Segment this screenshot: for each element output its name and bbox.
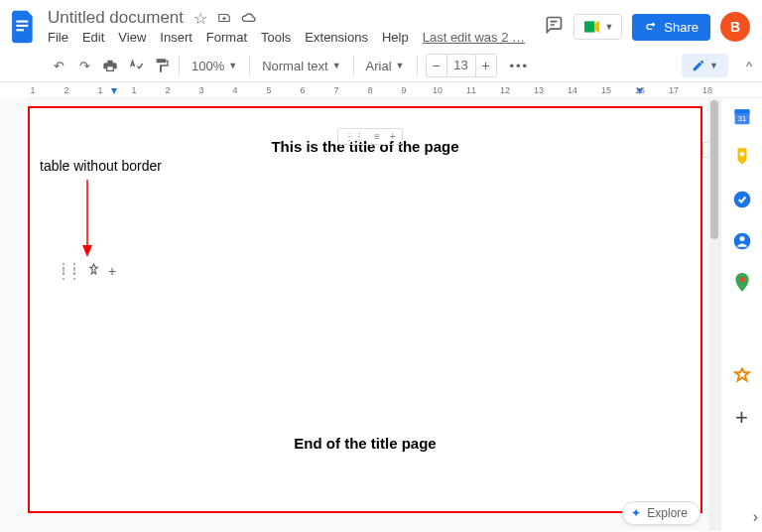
menu-extensions[interactable]: Extensions bbox=[305, 30, 368, 46]
drag-handle-icon[interactable]: ⋮⋮ bbox=[344, 131, 364, 142]
drag-dots-icon[interactable]: ⋮⋮⋮⋮ bbox=[58, 265, 79, 277]
editing-mode-button[interactable]: ▼ bbox=[682, 54, 728, 77]
explore-star-icon: ✦ bbox=[631, 506, 641, 520]
account-avatar[interactable]: B bbox=[720, 12, 750, 42]
ruler-tick: 15 bbox=[601, 85, 611, 95]
align-icon[interactable]: ≡ bbox=[374, 131, 380, 142]
addon-icon[interactable] bbox=[732, 366, 752, 386]
zoom-dropdown[interactable]: 100%▼ bbox=[188, 57, 241, 75]
font-size-decrease[interactable]: − bbox=[427, 55, 446, 76]
font-size-value[interactable]: 13 bbox=[446, 55, 476, 76]
ruler-tick: 13 bbox=[534, 85, 544, 95]
share-button[interactable]: Share bbox=[632, 14, 710, 41]
chevron-down-icon: ▼ bbox=[604, 22, 613, 32]
ruler-tick: 1 bbox=[97, 85, 102, 95]
menu-insert[interactable]: Insert bbox=[160, 30, 192, 46]
toolbar-more[interactable]: ••• bbox=[505, 59, 535, 73]
menu-format[interactable]: Format bbox=[206, 30, 247, 46]
print-icon[interactable] bbox=[101, 57, 119, 74]
svg-rect-6 bbox=[734, 109, 749, 113]
star-icon[interactable]: ☆ bbox=[193, 9, 207, 28]
ruler-tick: 18 bbox=[702, 85, 712, 95]
ruler-tick: 17 bbox=[669, 85, 679, 95]
menu-tools[interactable]: Tools bbox=[261, 30, 291, 46]
svg-marker-4 bbox=[82, 245, 92, 257]
ruler-tick: 14 bbox=[568, 85, 577, 95]
ruler-tick: 1 bbox=[131, 85, 136, 95]
last-edit-link[interactable]: Last edit was 2 … bbox=[423, 30, 525, 46]
share-label: Share bbox=[664, 20, 698, 35]
font-family-dropdown[interactable]: Arial▼ bbox=[362, 57, 409, 75]
keep-icon[interactable] bbox=[732, 148, 752, 168]
paragraph-style-dropdown[interactable]: Normal text▼ bbox=[258, 57, 344, 75]
annotation-arrow-icon bbox=[77, 180, 97, 259]
move-icon[interactable] bbox=[217, 11, 231, 25]
ruler-tick: 8 bbox=[367, 85, 372, 95]
chevron-down-icon: ▼ bbox=[709, 61, 718, 70]
menu-edit[interactable]: Edit bbox=[82, 30, 104, 46]
svg-point-12 bbox=[739, 277, 744, 282]
table-control-widget[interactable]: ⋮⋮ ≡ + bbox=[337, 128, 403, 145]
contacts-icon[interactable] bbox=[732, 231, 752, 251]
ruler-tick: 16 bbox=[635, 85, 645, 95]
ruler-tick: 1 bbox=[30, 85, 35, 95]
font-size-control: − 13 + bbox=[426, 54, 497, 77]
vertical-scrollbar[interactable] bbox=[708, 98, 720, 531]
cloud-status-icon[interactable] bbox=[241, 11, 257, 25]
plus-icon[interactable]: + bbox=[390, 131, 396, 142]
indent-marker-icon[interactable]: ▾ bbox=[111, 83, 117, 97]
svg-point-8 bbox=[739, 152, 744, 157]
add-icon[interactable]: + bbox=[108, 263, 116, 279]
maps-icon[interactable] bbox=[732, 273, 752, 293]
ruler-tick: 4 bbox=[232, 85, 237, 95]
ruler-tick: 11 bbox=[466, 85, 476, 95]
font-size-increase[interactable]: + bbox=[476, 55, 496, 76]
spellcheck-icon[interactable] bbox=[127, 57, 145, 74]
comment-history-icon[interactable] bbox=[544, 15, 564, 39]
ruler-tick: 5 bbox=[266, 85, 271, 95]
svg-rect-1 bbox=[16, 25, 28, 27]
ruler-tick: 6 bbox=[300, 85, 305, 95]
side-panel: 31 + bbox=[720, 98, 762, 531]
menubar: File Edit View Insert Format Tools Exten… bbox=[48, 30, 536, 46]
calendar-icon[interactable]: 31 bbox=[732, 106, 752, 126]
table-handle[interactable]: ⋮⋮⋮⋮ + bbox=[58, 263, 116, 279]
page[interactable]: ⋮⋮ ≡ + ▾ This is the title of the page t… bbox=[28, 106, 702, 513]
undo-icon[interactable]: ↶ bbox=[50, 57, 67, 74]
menu-view[interactable]: View bbox=[118, 30, 146, 46]
collapse-toolbar-icon[interactable]: ^ bbox=[746, 59, 752, 73]
document-canvas[interactable]: ⋮⋮ ≡ + ▾ This is the title of the page t… bbox=[0, 98, 720, 531]
redo-icon[interactable]: ↷ bbox=[75, 57, 93, 74]
menu-file[interactable]: File bbox=[48, 30, 68, 46]
pin-icon[interactable] bbox=[87, 263, 100, 279]
menu-help[interactable]: Help bbox=[382, 30, 409, 46]
ruler-tick: 2 bbox=[165, 85, 170, 95]
svg-rect-2 bbox=[16, 29, 24, 31]
annotation-text: table without border bbox=[40, 158, 162, 174]
toolbar: ↶ ↷ 100%▼ Normal text▼ Arial▼ − 13 + •••… bbox=[0, 50, 762, 82]
ruler-tick: 12 bbox=[500, 85, 510, 95]
svg-text:31: 31 bbox=[737, 114, 745, 123]
tasks-icon[interactable] bbox=[732, 190, 752, 209]
ruler-tick: 7 bbox=[333, 85, 338, 95]
show-sidepanel-icon[interactable]: › bbox=[753, 508, 758, 526]
ruler-tick: 3 bbox=[198, 85, 203, 95]
document-title[interactable]: Untitled document bbox=[48, 8, 184, 28]
paint-format-icon[interactable] bbox=[153, 57, 171, 74]
doc-end-text[interactable]: End of the title page bbox=[30, 435, 700, 452]
docs-logo-icon[interactable] bbox=[8, 6, 40, 48]
explore-button[interactable]: ✦ Explore bbox=[622, 501, 700, 525]
svg-rect-0 bbox=[16, 21, 28, 23]
explore-label: Explore bbox=[647, 506, 688, 520]
svg-point-11 bbox=[739, 236, 744, 241]
get-addons-icon[interactable]: + bbox=[732, 408, 752, 428]
meet-button[interactable]: ▼ bbox=[573, 14, 622, 40]
ruler-tick: 9 bbox=[401, 85, 406, 95]
ruler-tick: 10 bbox=[433, 85, 443, 95]
ruler-tick: 2 bbox=[64, 85, 68, 95]
horizontal-ruler[interactable]: ▾ ▾ 121123456789101112131415161718 bbox=[28, 82, 762, 98]
